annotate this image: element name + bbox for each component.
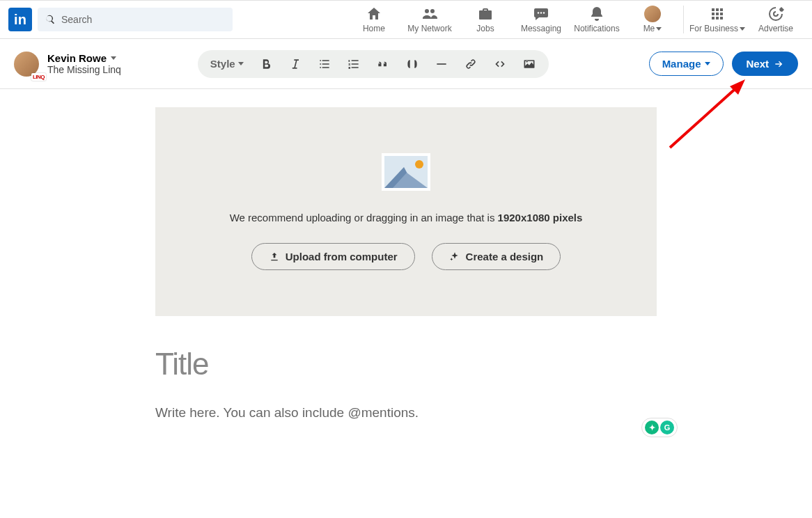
numbered-list-button[interactable] (347, 57, 361, 71)
bullet-list-button[interactable] (318, 57, 331, 71)
nav-messaging-label: Messaging (521, 24, 561, 33)
author-name: Kevin Rowe (47, 52, 121, 64)
image-button[interactable] (522, 57, 536, 71)
nav-divider (683, 6, 684, 33)
link-button[interactable] (464, 57, 478, 71)
target-icon (767, 6, 784, 22)
action-buttons: Manage Next (649, 52, 798, 76)
cover-upload-area[interactable]: We recommend uploading or dragging in an… (155, 107, 657, 316)
author-block[interactable]: Kevin Rowe The Missing Linq (14, 52, 121, 77)
nav-advertise[interactable]: Advertise (748, 0, 804, 39)
nav-items: Home My Network Jobs Messaging Notificat… (346, 0, 804, 39)
next-button[interactable]: Next (732, 52, 798, 76)
svg-rect-3 (437, 63, 446, 65)
arrow-right-icon (773, 58, 784, 70)
author-subtitle: The Missing Linq (47, 64, 121, 75)
svg-line-4 (670, 85, 740, 148)
upload-icon (269, 251, 280, 262)
caret-down-icon (238, 62, 244, 65)
avatar-icon (644, 6, 661, 22)
extension-badges: ✦ G (641, 418, 678, 437)
author-avatar (14, 52, 39, 77)
nav-advertise-label: Advertise (758, 24, 793, 33)
editor-bar: Kevin Rowe The Missing Linq Style Manage… (0, 39, 812, 89)
annotation-arrow (663, 78, 754, 155)
upload-hint-text: We recommend uploading or dragging in an… (230, 212, 583, 223)
format-toolbar: Style (198, 50, 549, 78)
search-container[interactable] (38, 8, 233, 31)
create-design-button[interactable]: Create a design (432, 243, 561, 270)
caret-down-icon (705, 62, 710, 65)
nav-business-label: For Business (689, 24, 745, 33)
caret-down-icon (740, 27, 745, 31)
upload-from-computer-button[interactable]: Upload from computer (251, 243, 415, 270)
nav-notifications[interactable]: Notifications (569, 0, 625, 39)
nav-home-label: Home (363, 24, 385, 33)
svg-point-1 (540, 12, 542, 13)
search-input[interactable] (61, 14, 226, 25)
linkedin-logo[interactable]: in (8, 8, 32, 31)
nav-me[interactable]: Me (625, 0, 680, 39)
nav-home[interactable]: Home (346, 0, 402, 39)
messaging-icon (533, 6, 549, 22)
bold-button[interactable] (259, 57, 273, 71)
nav-network-label: My Network (407, 24, 451, 33)
quote-button[interactable] (376, 57, 390, 71)
nav-me-label: Me (643, 24, 662, 33)
grid-icon (709, 6, 726, 22)
image-placeholder-icon (382, 153, 430, 191)
caret-down-icon (656, 27, 662, 31)
top-nav: in Home My Network Jobs Messaging Notifi… (0, 0, 812, 39)
nav-jobs[interactable]: Jobs (458, 0, 513, 39)
bell-icon (588, 6, 605, 22)
nav-notifications-label: Notifications (574, 24, 619, 33)
style-dropdown[interactable]: Style (210, 58, 244, 70)
nav-jobs-label: Jobs (476, 24, 494, 33)
nav-messaging[interactable]: Messaging (513, 0, 569, 39)
embed-button[interactable] (493, 57, 507, 71)
manage-button[interactable]: Manage (649, 52, 724, 76)
search-icon (45, 14, 56, 25)
title-input[interactable] (155, 347, 657, 382)
svg-point-2 (543, 12, 545, 13)
caret-down-icon (111, 56, 116, 60)
nav-business[interactable]: For Business (687, 0, 748, 39)
nav-network[interactable]: My Network (402, 0, 458, 39)
sparkle-icon (449, 251, 460, 262)
grammarly-icon[interactable]: G (660, 421, 674, 434)
divider-button[interactable] (435, 57, 448, 71)
home-icon (366, 6, 382, 22)
network-icon (421, 6, 438, 22)
code-block-button[interactable] (405, 57, 419, 71)
svg-point-0 (538, 12, 539, 13)
jobs-icon (477, 6, 494, 22)
body-input[interactable] (155, 405, 657, 436)
article-editor: ✦ G (155, 347, 657, 439)
italic-button[interactable] (288, 57, 302, 71)
extension-badge-icon[interactable]: ✦ (645, 421, 659, 434)
